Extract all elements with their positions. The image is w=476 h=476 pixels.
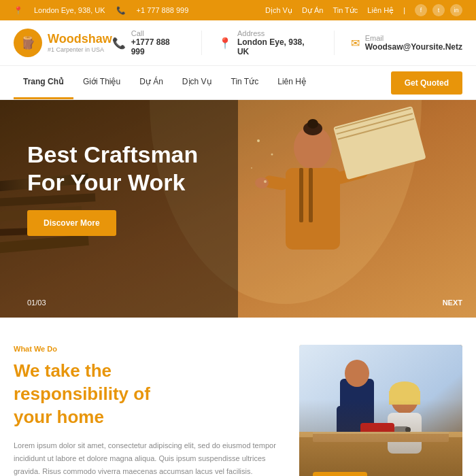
- nav-items: Trang Chủ Giới Thiệu Dự Án Dịch Vụ Tin T…: [14, 66, 316, 99]
- main-nav: Trang Chủ Giới Thiệu Dự Án Dịch Vụ Tin T…: [0, 66, 476, 100]
- nav-item-tin-tuc[interactable]: Tin Tức: [222, 66, 269, 99]
- wwd-image: [299, 345, 462, 476]
- email-value: Woodsaw@Yoursite.Netz: [365, 42, 462, 52]
- top-location: London Eye, 938, UK: [34, 6, 105, 14]
- phone-icon-top: 📞: [116, 6, 126, 15]
- nav-item-lien-he[interactable]: Liên Hệ: [268, 66, 316, 99]
- svg-point-23: [271, 154, 273, 156]
- email-icon: ✉: [351, 37, 360, 50]
- hero-title: Best Craftsman For Your Work: [27, 141, 198, 197]
- call-label: Call: [131, 29, 185, 37]
- address-label: Address: [237, 29, 318, 37]
- brand-tagline: #1 Carpenter in USA: [48, 46, 112, 54]
- top-nav-tin-tuc[interactable]: Tin Tức: [333, 6, 358, 15]
- hero-content: Best Craftsman For Your Work Discover Mo…: [27, 141, 198, 236]
- nav-item-trang-chu[interactable]: Trang Chủ: [14, 66, 73, 99]
- logo: 🪵 Woodshaw #1 Carpenter in USA: [14, 29, 112, 57]
- top-nav-lien-he[interactable]: Liên Hệ: [367, 6, 394, 15]
- header-info: 📞 Call +1777 888 999 📍 Address London Ey…: [112, 29, 462, 56]
- svg-point-13: [255, 177, 269, 188]
- hero-next-button[interactable]: NEXT: [443, 299, 462, 307]
- svg-point-22: [257, 139, 260, 142]
- hero-counter: 01/03: [27, 299, 46, 307]
- top-nav-dich-vu[interactable]: Dịch Vụ: [265, 6, 292, 15]
- svg-point-25: [264, 180, 267, 183]
- call-info: Call +1777 888 999: [131, 29, 185, 56]
- call-icon: 📞: [112, 37, 126, 50]
- image-overlay: [299, 399, 462, 476]
- top-bar: 📍 London Eye, 938, UK 📞 +1 777 888 999 D…: [0, 0, 476, 20]
- discover-more-button[interactable]: Discover More: [27, 210, 116, 236]
- section-description: Lorem ipsum dolor sit amet, consectetur …: [14, 439, 279, 476]
- address-info: Address London Eye, 938, UK: [237, 29, 318, 56]
- social-icons: f t in: [415, 4, 462, 16]
- twitter-icon[interactable]: t: [432, 4, 445, 16]
- hero-title-line2: For Your Work: [27, 169, 198, 197]
- header-call: 📞 Call +1777 888 999: [112, 29, 185, 56]
- top-nav: Dịch Vụ Dự Án Tin Tức Liên Hệ: [265, 6, 394, 15]
- divider-2: [334, 31, 335, 55]
- address-value: London Eye, 938, UK: [237, 37, 318, 56]
- top-phone: +1 777 888 999: [137, 6, 189, 14]
- hero-title-line1: Best Craftsman: [27, 141, 198, 169]
- linkedin-icon[interactable]: in: [450, 4, 462, 16]
- divider-icon: |: [403, 6, 405, 14]
- call-value: +1777 888 999: [131, 37, 185, 56]
- title-line3: your home: [14, 407, 104, 427]
- section-title: We take the responsibility of your home: [14, 360, 279, 428]
- section-label: What We Do: [14, 345, 279, 353]
- svg-point-24: [251, 167, 252, 169]
- header-email: ✉ Email Woodsaw@Yoursite.Netz: [351, 34, 462, 52]
- svg-rect-20: [309, 168, 313, 222]
- top-bar-left: 📍 London Eye, 938, UK 📞 +1 777 888 999: [14, 6, 188, 15]
- title-line1: We take the: [14, 360, 112, 381]
- wwd-right: 🔨 8 Years ofexperience: [299, 345, 462, 476]
- facebook-icon[interactable]: f: [415, 4, 427, 16]
- header-address: 📍 Address London Eye, 938, UK: [218, 29, 318, 56]
- email-label: Email: [365, 34, 462, 42]
- nav-item-dich-vu[interactable]: Dịch Vụ: [173, 66, 222, 99]
- top-nav-du-an[interactable]: Dự Án: [302, 6, 323, 15]
- svg-point-9: [307, 119, 318, 129]
- logo-text: Woodshaw #1 Carpenter in USA: [48, 32, 112, 54]
- location-icon-header: 📍: [218, 37, 232, 50]
- svg-rect-19: [299, 168, 303, 222]
- svg-point-30: [345, 360, 369, 387]
- brand-suffix: shaw: [82, 32, 112, 46]
- brand-name: Woodshaw: [48, 32, 112, 47]
- logo-icon: 🪵: [14, 29, 42, 57]
- what-we-do-section: What We Do We take the responsibility of…: [0, 318, 476, 476]
- email-info: Email Woodsaw@Yoursite.Netz: [365, 34, 462, 52]
- title-line2: responsibility of: [14, 384, 150, 404]
- nav-item-du-an[interactable]: Dự Án: [130, 66, 173, 99]
- header: 🪵 Woodshaw #1 Carpenter in USA 📞 Call +1…: [0, 20, 476, 66]
- wwd-left: What We Do We take the responsibility of…: [14, 345, 279, 476]
- nav-item-gioi-thieu[interactable]: Giới Thiệu: [73, 66, 130, 99]
- brand-prefix: Wood: [48, 32, 82, 46]
- divider-1: [201, 31, 202, 55]
- get-quoted-button[interactable]: Get Quoted: [391, 71, 462, 95]
- hero-section: Best Craftsman For Your Work Discover Mo…: [0, 100, 476, 318]
- location-icon: 📍: [14, 6, 23, 15]
- experience-badge: 🔨 8 Years ofexperience: [313, 472, 367, 476]
- top-bar-right: Dịch Vụ Dự Án Tin Tức Liên Hệ | f t in: [265, 4, 462, 16]
